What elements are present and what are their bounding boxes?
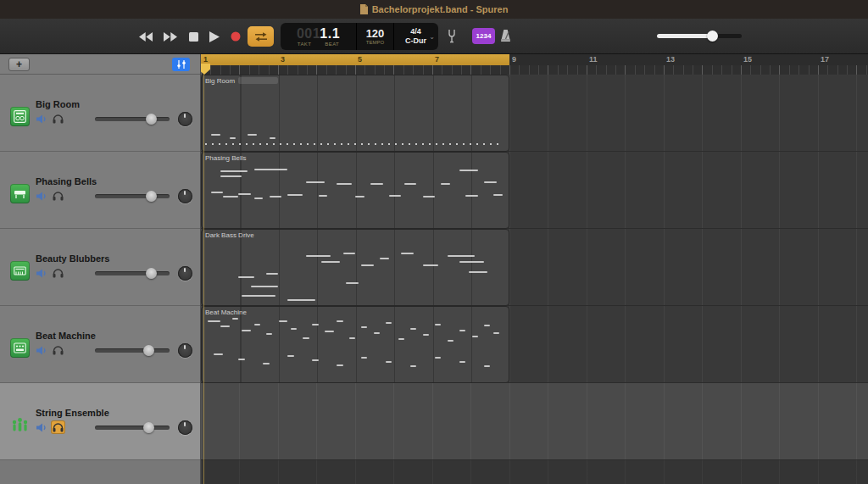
cycle-region[interactable]: [201, 54, 509, 65]
midi-note: [349, 337, 355, 339]
region-dark-bass-drive[interactable]: Dark Bass Drive: [201, 229, 509, 306]
midi-note: [306, 255, 331, 257]
track-volume-slider[interactable]: [95, 194, 170, 198]
solo-button[interactable]: [51, 112, 65, 125]
track-volume-slider[interactable]: [95, 426, 170, 430]
mute-button[interactable]: [35, 266, 49, 280]
midi-note: [441, 183, 450, 185]
midi-note: [401, 253, 413, 254]
pan-knob[interactable]: [178, 189, 192, 203]
midi-note: [423, 334, 429, 336]
count-in-button[interactable]: 1234: [472, 28, 495, 44]
midi-note: [291, 328, 297, 330]
solo-button[interactable]: [51, 266, 65, 280]
track-options-button[interactable]: [172, 58, 190, 71]
midi-note: [238, 193, 250, 195]
song-key: C-Dur: [405, 36, 426, 46]
ruler-bar-11: 11: [589, 55, 598, 64]
midi-note: [410, 365, 416, 367]
metronome-button[interactable]: [499, 29, 512, 42]
volume-knob[interactable]: [707, 31, 718, 42]
midi-note: [208, 320, 220, 322]
metronome-icon: [499, 29, 512, 42]
mute-button[interactable]: [35, 420, 49, 434]
track-volume-knob[interactable]: [143, 422, 154, 433]
midi-note: [232, 318, 238, 320]
solo-button[interactable]: [51, 420, 65, 434]
midi-note: [223, 196, 238, 197]
cycle-button[interactable]: [248, 26, 274, 47]
track-volume-slider[interactable]: [95, 271, 170, 275]
track-lane-string-ensemble[interactable]: [201, 383, 868, 460]
headphones-icon: [53, 422, 64, 432]
midi-note: [337, 183, 352, 185]
speaker-icon: [36, 346, 47, 355]
region-beat-machine[interactable]: Beat Machine: [201, 306, 509, 383]
tuning-fork-button[interactable]: [447, 29, 457, 43]
ruler-bar-15: 15: [743, 55, 752, 64]
record-button[interactable]: [230, 31, 242, 42]
midi-note: [242, 330, 251, 331]
pan-knob[interactable]: [178, 420, 192, 435]
track-header-beat-machine[interactable]: Beat Machine: [0, 306, 200, 383]
midi-note: [254, 197, 264, 199]
midi-note: [254, 324, 260, 325]
master-volume-slider[interactable]: [657, 31, 742, 42]
midi-note: [459, 361, 465, 363]
garageband-window: Bachelorprojekt.band - Spuren 0011.1 TAK…: [0, 0, 868, 484]
track-header-string-ensemble[interactable]: String Ensemble: [0, 383, 200, 460]
midi-note: [312, 359, 318, 361]
midi-note: [251, 286, 279, 287]
track-header-beauty-blubbers[interactable]: Beauty Blubbers: [0, 229, 200, 306]
track-volume-slider[interactable]: [95, 117, 170, 121]
timeline-area[interactable]: 1357911131517 Big RoomPhasing BellsDark …: [201, 54, 868, 484]
lcd-position-section[interactable]: 0011.1 TAKT BEAT: [281, 23, 356, 50]
midi-note: [287, 299, 315, 301]
track-volume-knob[interactable]: [143, 345, 154, 356]
region-big-room[interactable]: Big Room: [201, 75, 509, 152]
midi-note: [211, 192, 223, 193]
play-button[interactable]: [209, 31, 220, 43]
empty-area-below-tracks[interactable]: [201, 460, 868, 484]
play-icon: [209, 31, 220, 42]
ruler-bar-13: 13: [666, 55, 675, 64]
ruler-bar-3: 3: [281, 55, 285, 64]
midi-note: [266, 273, 278, 275]
track-volume-knob[interactable]: [146, 114, 157, 125]
track-volume-knob[interactable]: [146, 268, 157, 279]
midi-note: [263, 363, 269, 364]
midi-note: [242, 295, 275, 297]
mute-button[interactable]: [35, 189, 49, 203]
mute-button[interactable]: [35, 343, 49, 357]
solo-button[interactable]: [51, 189, 65, 203]
mixer-icon: [176, 60, 186, 69]
lcd-key-section[interactable]: 4/4 C-Dur ⌄: [393, 23, 437, 50]
midi-note: [448, 255, 476, 257]
rewind-icon: [138, 32, 153, 42]
pan-knob[interactable]: [178, 266, 192, 281]
stop-button[interactable]: [188, 31, 199, 42]
rewind-button[interactable]: [137, 31, 153, 42]
timeline-ruler[interactable]: 1357911131517: [201, 54, 868, 75]
track-header-big-room[interactable]: Big Room: [0, 75, 200, 152]
midi-note: [248, 134, 257, 136]
pan-knob[interactable]: [178, 343, 192, 358]
record-icon: [231, 31, 241, 42]
midi-note: [389, 195, 401, 197]
track-lanes[interactable]: Big RoomPhasing BellsDark Bass DriveBeat…: [201, 75, 868, 460]
lcd-tempo-section[interactable]: 120 TEMPO: [356, 23, 393, 50]
lcd-display[interactable]: 0011.1 TAKT BEAT 120 TEMPO 4/4 C-Dur ⌄: [281, 23, 438, 50]
fast-forward-button[interactable]: [163, 31, 179, 42]
region-phasing-bells[interactable]: Phasing Bells: [201, 152, 509, 229]
e-piano-icon: [10, 184, 30, 203]
track-volume-slider[interactable]: [95, 348, 170, 353]
track-volume-knob[interactable]: [146, 191, 157, 202]
track-header-panel: + Big RoomPhasing BellsBeauty BlubbersBe…: [0, 54, 201, 484]
pan-knob[interactable]: [178, 112, 192, 126]
mute-button[interactable]: [35, 112, 49, 125]
strings-icon: [10, 415, 30, 435]
solo-button[interactable]: [51, 343, 65, 357]
track-header-phasing-bells[interactable]: Phasing Bells: [0, 152, 200, 229]
midi-note: [230, 137, 236, 139]
add-track-button[interactable]: +: [8, 58, 30, 71]
